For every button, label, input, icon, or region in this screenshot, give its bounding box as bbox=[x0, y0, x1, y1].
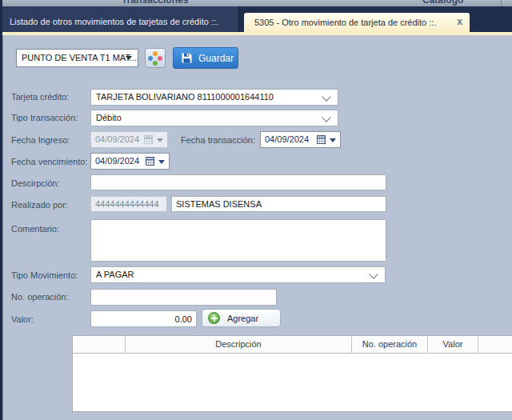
menu-item-transacciones[interactable]: Transacciones bbox=[122, 0, 188, 6]
menu-item-catalogo[interactable]: Catálogo bbox=[422, 0, 463, 6]
dropdown-arrow-icon bbox=[158, 160, 165, 164]
store-select[interactable]: PUNTO DE VENTA T1 MAT... bbox=[16, 49, 138, 67]
save-button[interactable]: Guardar bbox=[173, 47, 238, 69]
tab-listado-movimientos[interactable]: Listado de otros movimientos de tarjetas… bbox=[0, 6, 239, 32]
calendar-icon bbox=[317, 135, 326, 144]
tarjeta-credito-select[interactable]: TARJETA BOLIVARIANO 8111000001644110 bbox=[90, 89, 338, 106]
tab-bar: Listado de otros movimientos de tarjetas… bbox=[0, 6, 512, 32]
fecha-vencimiento-datepicker[interactable]: 04/09/2024 bbox=[90, 153, 170, 170]
agregar-button[interactable]: Agregar bbox=[202, 309, 281, 327]
tipo-transaccion-label: Tipo transacción: bbox=[11, 110, 78, 126]
dropdown-arrow-icon bbox=[126, 56, 132, 60]
app-window: Transacciones Catálogo Listado de otros … bbox=[0, 0, 512, 420]
tipo-movimiento-value: A PAGAR bbox=[96, 267, 134, 282]
tab-otro-movimiento[interactable]: 5305 - Otro movimiento de tarjeta de cré… bbox=[244, 13, 470, 32]
comentario-textarea[interactable] bbox=[90, 219, 386, 262]
no-operacion-input[interactable] bbox=[90, 289, 277, 306]
dropdown-arrow-icon bbox=[330, 138, 336, 142]
fecha-transaccion-value: 04/09/2024 bbox=[265, 132, 309, 147]
save-button-label: Guardar bbox=[198, 53, 234, 64]
realizado-por-id-input bbox=[90, 196, 167, 212]
tipo-movimiento-select[interactable]: A PAGAR bbox=[90, 266, 386, 283]
fecha-transaccion-label: Fecha transacción: bbox=[181, 132, 255, 148]
grid-header-selector bbox=[73, 336, 126, 354]
realizado-por-nombre-input[interactable] bbox=[171, 196, 386, 212]
comentario-label: Comentario: bbox=[11, 221, 59, 237]
tipo-movimiento-label: Tipo Movimiento: bbox=[11, 267, 78, 283]
valor-label: Valor: bbox=[11, 311, 34, 327]
dot-orange-icon bbox=[153, 51, 158, 56]
movimientos-grid: Descripción No. operación Valor bbox=[72, 335, 512, 412]
agregar-button-label: Agregar bbox=[227, 314, 258, 323]
fecha-ingreso-datepicker: 04/09/2024 bbox=[90, 131, 168, 148]
grid-header-row: Descripción No. operación Valor bbox=[73, 336, 512, 354]
chevron-down-icon bbox=[322, 113, 330, 122]
left-edge-highlight bbox=[2, 35, 3, 420]
grid-header-filler bbox=[478, 336, 512, 354]
grid-body[interactable] bbox=[73, 354, 512, 411]
dot-green-icon bbox=[153, 61, 158, 66]
fecha-transaccion-datepicker[interactable]: 04/09/2024 bbox=[260, 131, 341, 148]
top-menu-strip: Transacciones Catálogo bbox=[0, 0, 512, 6]
grid-header-valor: Valor bbox=[428, 336, 478, 354]
tipo-transaccion-select[interactable]: Débito bbox=[90, 110, 338, 126]
descripcion-label: Descirpción: bbox=[11, 175, 60, 191]
fecha-vencimiento-label: Fecha vencimiento: bbox=[11, 154, 87, 170]
plus-icon bbox=[208, 312, 220, 324]
fecha-vencimiento-value: 04/09/2024 bbox=[95, 154, 139, 169]
dropdown-arrow-icon bbox=[157, 138, 163, 142]
calendar-icon bbox=[146, 157, 154, 166]
tab-label: 5305 - Otro movimiento de tarjeta de cré… bbox=[244, 18, 436, 27]
valor-input[interactable] bbox=[90, 310, 197, 327]
chevron-down-icon bbox=[369, 270, 378, 278]
fecha-ingreso-value: 04/09/2024 bbox=[95, 132, 139, 147]
grid-header-descripcion: Descripción bbox=[126, 336, 352, 354]
floppy-disk-icon bbox=[181, 52, 193, 64]
realizado-por-label: Realizado por: bbox=[11, 197, 68, 213]
tarjeta-credito-value: TARJETA BOLIVARIANO 8111000001644110 bbox=[96, 90, 274, 105]
chevron-down-icon bbox=[322, 92, 330, 101]
no-operacion-label: No. operación: bbox=[11, 289, 69, 305]
dot-blue-icon bbox=[148, 56, 153, 61]
grid-header-no-operacion: No. operación bbox=[352, 336, 428, 354]
fecha-ingreso-label: Fecha Ingreso: bbox=[11, 132, 70, 148]
menu-divider bbox=[501, 0, 502, 6]
tipo-transaccion-value: Débito bbox=[96, 110, 122, 126]
tab-close-icon[interactable]: x bbox=[457, 16, 462, 27]
tab-underline bbox=[0, 32, 512, 35]
tab-label: Listado de otros movimientos de tarjetas… bbox=[0, 17, 228, 32]
calendar-icon bbox=[144, 135, 153, 144]
color-dots-button[interactable] bbox=[145, 48, 166, 68]
store-select-value: PUNTO DE VENTA T1 MAT... bbox=[22, 50, 137, 66]
dot-pink-icon bbox=[158, 56, 162, 61]
tarjeta-credito-label: Tarjeta crédito: bbox=[11, 89, 69, 105]
descripcion-input[interactable] bbox=[90, 174, 386, 190]
